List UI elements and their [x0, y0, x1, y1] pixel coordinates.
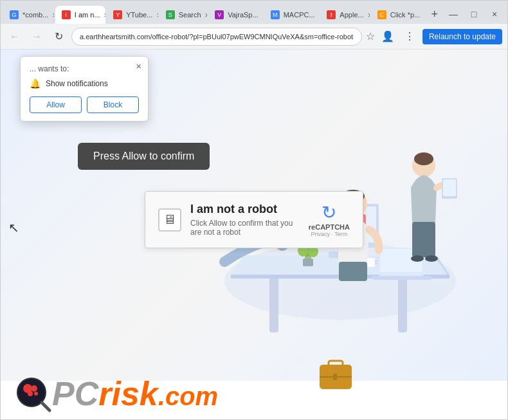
- minimize-button[interactable]: —: [444, 5, 462, 23]
- recaptcha-subtitle: Click Allow to confirm that you are not …: [190, 219, 300, 237]
- block-button[interactable]: Block: [87, 96, 139, 113]
- recaptcha-brand-text: reCAPTCHA: [309, 223, 350, 231]
- menu-icon: ⋮: [404, 30, 415, 42]
- svg-rect-14: [372, 276, 431, 280]
- tab-click[interactable]: C Click *p... ×: [371, 6, 425, 24]
- popup-close-button[interactable]: ×: [136, 60, 141, 71]
- profile-icon: 👤: [381, 30, 394, 42]
- recaptcha-links: Privacy · Term: [311, 231, 347, 237]
- reload-icon: ↻: [55, 30, 63, 42]
- tab-close-7[interactable]: ×: [368, 10, 370, 20]
- tab-label-4: Search: [179, 11, 201, 19]
- popup-permission-row: 🔔 Show notifications: [30, 78, 139, 89]
- tab-label-3: YTube...: [126, 11, 152, 19]
- address-bar-row: ← → ↻ ☆ 👤 ⋮ Relaunch to update: [1, 24, 507, 50]
- svg-rect-31: [443, 179, 456, 196]
- menu-button[interactable]: ⋮: [401, 28, 419, 46]
- svg-rect-19: [303, 259, 313, 266]
- tab-favicon-7: !: [327, 10, 336, 19]
- tab-label-7: Apple...: [340, 11, 363, 19]
- svg-point-43: [34, 392, 38, 396]
- tab-favicon-8: C: [377, 10, 386, 19]
- back-icon: ←: [10, 31, 20, 42]
- popup-buttons: Allow Block: [30, 96, 139, 113]
- tab-favicon-4: S: [166, 10, 175, 19]
- notification-popup: × ... wants to: 🔔 Show notifications All…: [20, 56, 149, 122]
- pcrisk-text-group: PCrisk.com: [52, 377, 218, 411]
- recaptcha-logo: ↻ reCAPTCHA Privacy · Term: [309, 202, 350, 237]
- svg-line-44: [42, 403, 50, 410]
- browser-frame: G *comb... × i I am n... × Y YTube... × …: [0, 0, 508, 420]
- pcrisk-logo: PCrisk.com: [14, 374, 218, 413]
- tab-robot[interactable]: i I am n... ×: [55, 6, 105, 24]
- permission-label: Show notifications: [46, 79, 108, 88]
- tab-apple[interactable]: ! Apple... ×: [320, 6, 369, 24]
- tab-favicon-6: M: [271, 10, 280, 19]
- svg-point-28: [414, 152, 433, 165]
- pcrisk-risk-text: risk: [98, 377, 158, 410]
- privacy-link[interactable]: Privacy: [311, 231, 330, 237]
- recaptcha-box: 🖥 I am not a robot Click Allow to confir…: [145, 191, 363, 248]
- tab-ytube[interactable]: Y YTube... ×: [107, 6, 158, 24]
- tab-close-4[interactable]: ×: [205, 10, 208, 20]
- tab-close-3[interactable]: ×: [156, 10, 158, 20]
- tab-favicon-3: Y: [113, 10, 122, 19]
- relaunch-button[interactable]: Relaunch to update: [422, 29, 502, 44]
- forward-button[interactable]: →: [28, 28, 46, 46]
- new-tab-button[interactable]: +: [426, 8, 443, 21]
- tab-close-8[interactable]: ×: [424, 10, 424, 20]
- svg-rect-36: [329, 361, 343, 367]
- forward-icon: →: [32, 31, 42, 42]
- svg-rect-1: [269, 275, 278, 333]
- reload-button[interactable]: ↻: [50, 28, 68, 46]
- recaptcha-logo-icon: ↻: [322, 202, 336, 223]
- link-separator: ·: [331, 231, 333, 237]
- maximize-button[interactable]: □: [465, 5, 483, 23]
- tab-label-6: MACPC...: [284, 11, 315, 19]
- tab-close-5[interactable]: ×: [262, 10, 263, 20]
- tab-label-5: VajraSp...: [228, 11, 259, 19]
- content-area: × ... wants to: 🔔 Show notifications All…: [1, 50, 507, 419]
- toolbar-icons: 👤 ⋮: [379, 28, 419, 46]
- svg-point-33: [425, 255, 438, 262]
- svg-rect-29: [412, 222, 435, 257]
- tab-favicon-1: G: [10, 10, 19, 19]
- star-icon: ☆: [366, 30, 375, 42]
- tab-favicon-2: i: [62, 10, 71, 19]
- svg-point-41: [31, 385, 37, 392]
- tab-vajra[interactable]: V VajraSp... ×: [208, 6, 263, 24]
- profile-button[interactable]: 👤: [379, 28, 397, 46]
- tab-label-8: Click *p...: [390, 11, 420, 19]
- svg-point-32: [411, 255, 424, 262]
- monitor-icon: 🖥: [163, 212, 176, 227]
- back-button[interactable]: ←: [6, 28, 24, 46]
- tab-bar: G *comb... × i I am n... × Y YTube... × …: [1, 1, 507, 24]
- pcrisk-dotcom-text: .com: [158, 382, 218, 411]
- tab-close-1[interactable]: ×: [52, 10, 53, 20]
- tab-favicon-5: V: [215, 10, 224, 19]
- svg-rect-38: [333, 374, 337, 380]
- tab-close-2[interactable]: ×: [104, 10, 106, 20]
- pcrisk-magnifier-icon: [14, 374, 52, 413]
- tab-close-6[interactable]: ×: [319, 10, 320, 20]
- svg-rect-2: [398, 275, 407, 333]
- tab-label-2: I am n...: [75, 11, 100, 19]
- recaptcha-text-block: I am not a robot Click Allow to confirm …: [190, 203, 300, 237]
- allow-button[interactable]: Allow: [30, 96, 82, 113]
- recaptcha-title: I am not a robot: [190, 203, 300, 216]
- pcrisk-pc-text: PC: [52, 377, 98, 410]
- popup-wants-text: ... wants to:: [30, 64, 139, 73]
- bell-icon: 🔔: [30, 78, 41, 89]
- tab-label-1: *comb...: [23, 11, 48, 19]
- svg-point-42: [28, 391, 33, 396]
- tab-search[interactable]: S Search ×: [159, 6, 207, 24]
- terms-link[interactable]: Term: [334, 231, 347, 237]
- recaptcha-checkbox[interactable]: 🖥: [158, 208, 181, 232]
- tab-comb[interactable]: G *comb... ×: [3, 6, 54, 24]
- address-input[interactable]: [71, 28, 362, 46]
- close-window-button[interactable]: ×: [485, 5, 503, 23]
- tab-macpc[interactable]: M MACPC... ×: [264, 6, 320, 24]
- svg-rect-26: [339, 262, 367, 281]
